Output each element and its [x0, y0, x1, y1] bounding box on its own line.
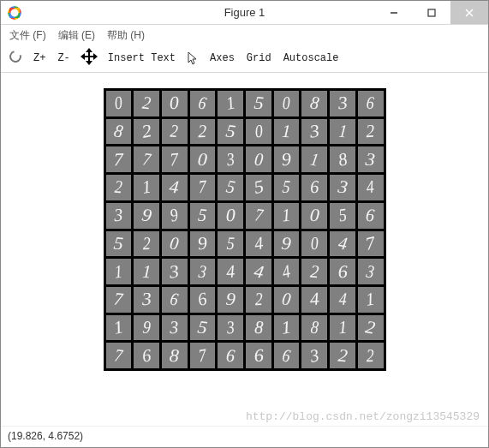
- digit-cell: 2: [246, 287, 271, 313]
- digit-cell: 0: [162, 91, 188, 116]
- digit-cell: 2: [134, 231, 159, 257]
- digit-cell: 2: [106, 175, 132, 200]
- menu-edit[interactable]: 编辑 (E): [58, 28, 95, 43]
- digit-cell: 3: [330, 91, 355, 116]
- cursor-coordinates: (19.826, 4.6752): [8, 430, 83, 442]
- digit-cell: 7: [134, 146, 159, 172]
- digit-cell: 7: [106, 287, 132, 313]
- rotate-icon[interactable]: [9, 51, 21, 66]
- digit-cell: 0: [274, 287, 300, 313]
- digit-cell: 1: [301, 146, 327, 172]
- digit-cell: 6: [218, 343, 243, 368]
- menu-bar: 文件 (F) 编辑 (E) 帮助 (H): [1, 25, 488, 46]
- digit-cell: 1: [134, 259, 159, 284]
- digit-cell: 6: [358, 203, 384, 229]
- grid-button[interactable]: Grid: [247, 52, 271, 64]
- digit-cell: 3: [218, 315, 243, 341]
- menu-file[interactable]: 文件 (F): [9, 28, 46, 43]
- digit-cell: 5: [190, 203, 216, 229]
- digit-cell: 3: [162, 315, 188, 341]
- digit-cell: 4: [246, 259, 271, 284]
- digit-cell: 8: [301, 315, 327, 341]
- minimize-button[interactable]: [375, 1, 413, 24]
- digit-cell: 9: [134, 203, 159, 229]
- digit-grid: 0206150836822250131277703091832147555634…: [106, 91, 384, 368]
- digit-cell: 0: [162, 231, 188, 257]
- digit-cell: 1: [358, 287, 384, 313]
- toolbar: Z+ Z- Insert Text Axes Grid Autoscale: [1, 46, 488, 73]
- digit-cell: 0: [274, 91, 300, 116]
- digit-cell: 9: [134, 315, 159, 341]
- zoom-in-button[interactable]: Z+: [33, 52, 45, 64]
- digit-cell: 4: [301, 287, 327, 313]
- digit-cell: 3: [190, 259, 216, 284]
- digit-cell: 7: [246, 203, 271, 229]
- digit-cell: 5: [218, 119, 243, 145]
- digit-cell: 4: [330, 287, 355, 313]
- digit-cell: 7: [358, 231, 384, 257]
- app-icon: [8, 6, 21, 20]
- digit-cell: 9: [274, 146, 300, 172]
- digit-cell: 0: [246, 146, 271, 172]
- pan-icon[interactable]: [82, 50, 96, 67]
- digit-cell: 4: [358, 175, 384, 200]
- digit-cell: 0: [106, 91, 132, 116]
- digit-cell: 3: [134, 287, 159, 313]
- digit-cell: 5: [330, 203, 355, 229]
- digit-cell: 8: [162, 343, 188, 368]
- digit-cell: 1: [330, 315, 355, 341]
- digit-cell: 7: [106, 343, 132, 368]
- digit-cell: 7: [106, 146, 132, 172]
- digit-cell: 0: [246, 119, 271, 145]
- digit-cell: 1: [134, 175, 159, 200]
- digit-cell: 7: [190, 175, 216, 200]
- digit-cell: 6: [246, 343, 271, 368]
- digit-cell: 5: [190, 315, 216, 341]
- autoscale-button[interactable]: Autoscale: [283, 52, 339, 64]
- digit-cell: 8: [301, 91, 327, 116]
- digit-cell: 5: [106, 231, 132, 257]
- zoom-out-button[interactable]: Z-: [57, 52, 69, 64]
- digit-cell: 6: [358, 91, 384, 116]
- digit-cell: 0: [301, 231, 327, 257]
- digit-cell: 8: [106, 119, 132, 145]
- digit-cell: 5: [246, 91, 271, 116]
- digit-cell: 5: [218, 175, 243, 200]
- figure-canvas[interactable]: 0206150836822250131277703091832147555634…: [1, 73, 488, 371]
- digit-cell: 3: [330, 175, 355, 200]
- digit-cell: 9: [218, 287, 243, 313]
- digit-cell: 1: [106, 315, 132, 341]
- menu-help[interactable]: 帮助 (H): [107, 28, 145, 43]
- digit-cell: 2: [330, 343, 355, 368]
- digit-cell: 4: [162, 175, 188, 200]
- digit-cell: 1: [106, 259, 132, 284]
- digit-cell: 6: [134, 343, 159, 368]
- digit-cell: 5: [218, 231, 243, 257]
- pointer-icon[interactable]: [188, 51, 198, 65]
- digit-cell: 2: [358, 343, 384, 368]
- svg-rect-1: [428, 9, 435, 16]
- maximize-button[interactable]: [413, 1, 450, 24]
- digit-cell: 8: [330, 146, 355, 172]
- close-button[interactable]: [450, 1, 488, 24]
- status-bar: (19.826, 4.6752): [1, 426, 488, 447]
- digit-cell: 2: [301, 259, 327, 284]
- digit-cell: 6: [330, 259, 355, 284]
- digit-cell: 3: [301, 343, 327, 368]
- digit-cell: 5: [246, 175, 271, 200]
- axes-button[interactable]: Axes: [210, 52, 235, 64]
- digit-cell: 6: [301, 175, 327, 200]
- insert-text-button[interactable]: Insert Text: [108, 52, 176, 64]
- digit-cell: 4: [274, 259, 300, 284]
- digit-cell: 1: [218, 91, 243, 116]
- digit-cell: 4: [330, 231, 355, 257]
- digit-cell: 0: [301, 203, 327, 229]
- digit-cell: 1: [274, 203, 300, 229]
- watermark-text: http://blog.csdn.net/zongzi13545329: [246, 410, 480, 423]
- digit-cell: 7: [190, 343, 216, 368]
- digit-cell: 2: [358, 119, 384, 145]
- digit-cell: 0: [190, 146, 216, 172]
- digit-cell: 0: [218, 203, 243, 229]
- digit-cell: 2: [162, 119, 188, 145]
- window-controls: [375, 1, 488, 24]
